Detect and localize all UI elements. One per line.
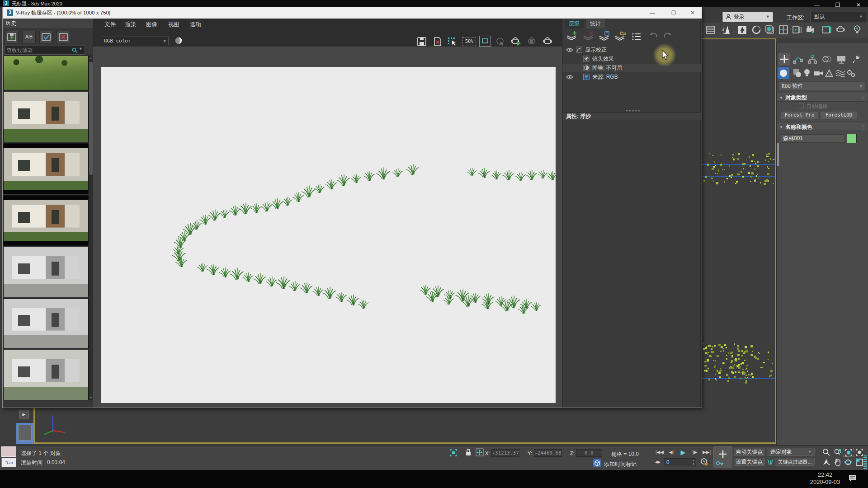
render-production-icon[interactable] [805,24,817,36]
save-layer-tree-icon[interactable] [598,30,610,43]
layer-row-denoiser[interactable]: 降噪: 不可用 [562,64,701,72]
display-tab-icon[interactable] [835,53,847,65]
forest-tools-icon[interactable] [721,24,733,36]
history-thumbnail[interactable] [3,56,89,91]
scroll-down-icon[interactable]: ▼ [89,395,93,400]
render-teapot-icon[interactable] [835,24,847,36]
play-button[interactable]: ▶ [677,449,689,456]
layer-row-lens-effects[interactable]: 镜头效果 [562,55,701,63]
vfb-minimize-button[interactable]: — [647,9,658,17]
systems-category-icon[interactable] [845,68,856,79]
key-filters-button[interactable]: 关键点过滤器... [775,458,815,466]
render-last-icon[interactable] [510,36,522,47]
sphere-preview-icon[interactable] [175,37,183,45]
history-remove-icon[interactable] [57,31,70,43]
forest-pro-button[interactable]: Forest Pro [781,111,818,119]
modify-tab-icon[interactable] [792,53,804,65]
key-mode-toggle[interactable]: ◀▶ [654,459,662,466]
load-layer-tree-icon[interactable] [613,30,626,43]
maxscript-mini-listener[interactable]: "Liu [1,458,16,467]
y-coordinate-field[interactable]: -24460.68 [534,449,562,457]
name-color-rollout[interactable]: ▼ 名称和颜色 ⣿ [777,123,867,131]
x-coordinate-field[interactable]: -31213.37 [491,449,519,457]
key-filters-icon[interactable] [767,458,774,466]
utilities-tab-icon[interactable] [850,53,862,65]
menu-options[interactable]: 选项 [190,21,201,29]
go-to-end-button[interactable]: ▶▶| [701,449,712,456]
maxscript-mini-listener-pink[interactable] [1,446,16,457]
render-setup-icon[interactable] [778,24,790,36]
play-animation-mini-button[interactable]: ▶ [19,410,29,419]
forest-lod-button[interactable]: ForestLOD [820,111,858,119]
toolbar-grip[interactable] [863,455,867,469]
scroll-up-icon[interactable]: ▲ [89,56,93,61]
eye-icon[interactable] [566,47,573,52]
selection-set-dropdown[interactable]: 选定对象 ▼ [767,448,815,456]
history-compare-ab-icon[interactable]: A|B [22,31,36,43]
menu-render[interactable]: 渲染 [125,21,137,29]
layer-row-source[interactable]: 来源: RGB [562,73,701,81]
object-color-swatch[interactable] [847,134,857,143]
menu-view[interactable]: 视图 [168,21,179,29]
z-coordinate-field[interactable]: 0.0 [576,449,602,457]
transform-type-in-icon[interactable] [476,448,484,456]
menu-file[interactable]: 文件 [104,21,116,29]
layer-list-menu-icon[interactable] [630,30,643,43]
object-name-field[interactable] [781,134,844,143]
channel-dropdown[interactable]: RGB color ▼ [101,37,169,45]
orbit-icon[interactable] [844,458,854,467]
hierarchy-tab-icon[interactable] [807,53,818,65]
taskbar-clock[interactable]: 22:42 2020-09-03 [805,471,845,486]
save-image-icon[interactable] [416,36,429,47]
layer-manager-icon[interactable] [705,24,717,36]
forest-icon[interactable] [737,24,749,36]
history-thumbnail[interactable] [3,195,89,246]
selection-lock-icon[interactable] [465,448,472,456]
eye-icon[interactable] [566,75,573,80]
object-type-rollout[interactable]: ▼ 对象类型 ⣿ [777,94,867,102]
vfb-maximize-button[interactable]: ❐ [668,9,679,17]
next-frame-button[interactable]: |▶ [690,449,699,456]
spinner-icon[interactable]: ▲▼ [692,459,695,466]
tab-statistics[interactable]: 统计 [586,19,605,28]
geometry-category-icon[interactable] [778,67,789,79]
search-options-icon[interactable]: ▼ [79,47,83,51]
tab-hierarchy[interactable]: 层级 [565,19,584,28]
clear-image-icon[interactable] [432,36,444,47]
viewport-bottom-area[interactable]: z [35,408,702,442]
auto-key-button[interactable]: 自动关键点 [734,448,765,456]
create-category-dropdown[interactable]: Itoo 软件 ▼ [778,81,866,90]
history-thumbnail[interactable] [3,350,89,400]
add-layer-icon[interactable] [565,30,578,43]
swirl-icon[interactable] [751,24,763,36]
set-key-button[interactable]: 设置关键点 [734,458,765,466]
pan-hand-icon[interactable] [833,458,844,467]
zoom-extents-icon[interactable] [844,448,854,457]
autogrid-checkbox[interactable] [799,103,804,108]
set-keys-button[interactable]: + [713,446,732,468]
space-warps-category-icon[interactable] [835,68,845,79]
history-scrollbar-thumb[interactable] [89,62,93,175]
create-tab-icon[interactable] [778,53,790,65]
viewport-right-area[interactable] [702,39,775,444]
motion-tab-icon[interactable] [821,53,833,65]
layer-row-display-correction[interactable]: 显示校正 [562,46,701,54]
delete-layer-icon[interactable] [582,30,594,43]
previous-frame-button[interactable]: ◀| [667,449,676,456]
prompt-line[interactable]: 添加时间标记 [604,460,637,468]
stop-render-icon[interactable] [526,36,538,47]
lights-category-icon[interactable] [803,68,814,79]
vfb-titlebar[interactable]: 3 V-Ray 帧缓存区 - [100.0% of 1000 x 750] — … [3,7,702,19]
menu-image[interactable]: 图像 [146,21,157,29]
state-sets-icon[interactable] [821,24,834,36]
zoom-level-button[interactable]: 50% [462,37,476,46]
light-bulb-icon[interactable] [852,24,864,36]
current-frame-field[interactable]: 0 ▲▼ [664,458,696,466]
cameras-category-icon[interactable] [813,68,824,79]
history-scrollbar[interactable]: ▲ ▼ [89,56,93,400]
time-configuration-icon[interactable] [700,458,708,466]
pixel-inspect-icon[interactable] [447,36,459,47]
region-render-icon[interactable] [479,36,491,47]
vfb-close-button[interactable]: ✕ [687,9,698,17]
history-thumbnail[interactable] [3,92,89,142]
